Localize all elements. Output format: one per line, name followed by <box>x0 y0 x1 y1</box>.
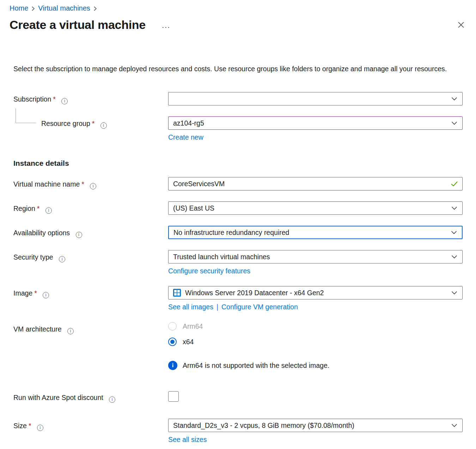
required-asterisk: * <box>53 95 56 103</box>
info-icon[interactable] <box>67 328 74 334</box>
image-row: Image* Windows Server 2019 Datacenter - … <box>13 286 463 311</box>
chevron-down-icon <box>451 231 457 234</box>
intro-text: Select the subscription to manage deploy… <box>13 63 458 74</box>
region-label: Region <box>13 205 35 212</box>
size-row: Size* Standard_D2s_v3 - 2 vcpus, 8 GiB m… <box>13 419 463 444</box>
vm-architecture-label-group: VM architecture <box>13 322 168 370</box>
configure-security-features-link[interactable]: Configure security features <box>168 267 250 275</box>
size-label: Size <box>13 422 27 430</box>
create-new-link[interactable]: Create new <box>168 133 203 141</box>
radio-arm64-label: Arm64 <box>183 322 203 330</box>
required-asterisk: * <box>29 422 31 430</box>
subscription-label-group: Subscription* <box>13 92 168 105</box>
vm-name-label: Virtual machine name <box>13 180 80 188</box>
hierarchy-connector <box>16 108 36 123</box>
security-type-dropdown[interactable]: Trusted launch virtual machines <box>168 250 463 263</box>
page-header: Create a virtual machine ··· <box>0 12 476 32</box>
see-all-images-link[interactable]: See all images <box>168 303 213 311</box>
windows-logo-icon <box>173 289 181 297</box>
info-icon[interactable] <box>90 183 96 189</box>
subscription-label: Subscription <box>13 95 51 103</box>
availability-options-dropdown[interactable]: No infrastructure redundancy required <box>168 226 463 239</box>
chevron-down-icon <box>451 424 457 427</box>
required-asterisk: * <box>34 289 37 297</box>
required-asterisk: * <box>81 180 84 188</box>
breadcrumb: Home Virtual machines <box>0 0 476 12</box>
info-filled-icon <box>168 361 177 370</box>
chevron-down-icon <box>451 206 457 210</box>
region-label-group: Region* <box>13 201 168 215</box>
image-label: Image <box>13 289 32 297</box>
link-separator: | <box>216 303 218 311</box>
radio-arm64[interactable]: Arm64 <box>168 322 203 330</box>
security-type-value: Trusted launch virtual machines <box>173 253 270 261</box>
availability-options-value: No infrastructure redundancy required <box>173 229 289 237</box>
info-icon[interactable] <box>100 122 107 129</box>
size-value: Standard_D2s_v3 - 2 vcpus, 8 GiB memory … <box>173 421 354 430</box>
info-icon[interactable] <box>109 396 115 403</box>
resource-group-label-group: Resource group* <box>13 116 168 141</box>
vm-architecture-label: VM architecture <box>13 325 62 333</box>
security-type-row: Security type Trusted launch virtual mac… <box>13 250 463 275</box>
azure-spot-row: Run with Azure Spot discount <box>13 390 463 403</box>
region-value: (US) East US <box>173 204 214 212</box>
section-heading-instance-details: Instance details <box>13 159 463 168</box>
size-dropdown[interactable]: Standard_D2s_v3 - 2 vcpus, 8 GiB memory … <box>168 419 463 432</box>
required-asterisk: * <box>37 205 40 212</box>
radio-x64[interactable]: x64 <box>168 338 194 346</box>
azure-spot-label-group: Run with Azure Spot discount <box>13 390 168 403</box>
vm-name-label-group: Virtual machine name* <box>13 177 168 190</box>
resource-group-dropdown[interactable]: az104-rg5 <box>168 116 463 130</box>
breadcrumb-home-link[interactable]: Home <box>10 4 28 12</box>
info-icon[interactable] <box>37 425 43 431</box>
size-label-group: Size* <box>13 419 168 444</box>
vm-name-input[interactable] <box>168 177 463 190</box>
security-type-label-group: Security type <box>13 250 168 275</box>
info-icon[interactable] <box>59 256 65 262</box>
availability-options-label-group: Availability options <box>13 226 168 239</box>
page-title: Create a virtual machine <box>10 18 146 32</box>
vm-architecture-row: VM architecture Arm64 x64 Arm64 is not s… <box>13 322 463 370</box>
security-type-label: Security type <box>13 253 53 261</box>
required-asterisk: * <box>92 120 95 127</box>
chevron-down-icon <box>451 255 457 259</box>
info-icon[interactable] <box>45 207 52 214</box>
resource-group-label: Resource group <box>41 120 90 127</box>
radio-selected-icon <box>168 338 177 346</box>
subscription-row: Subscription* <box>13 92 463 105</box>
vm-name-row: Virtual machine name* <box>13 177 463 190</box>
chevron-right-icon <box>93 6 97 11</box>
radio-x64-label: x64 <box>183 338 194 346</box>
image-dropdown[interactable]: Windows Server 2019 Datacenter - x64 Gen… <box>168 286 463 299</box>
resource-group-value: az104-rg5 <box>173 119 204 127</box>
image-value: Windows Server 2019 Datacenter - x64 Gen… <box>185 289 324 297</box>
info-icon[interactable] <box>61 98 68 104</box>
close-icon[interactable] <box>456 19 466 30</box>
azure-spot-label: Run with Azure Spot discount <box>13 394 103 401</box>
info-icon[interactable] <box>43 292 49 298</box>
configure-vm-generation-link[interactable]: Configure VM generation <box>221 303 298 311</box>
basics-form: Select the subscription to manage deploy… <box>0 32 476 449</box>
chevron-down-icon <box>451 121 457 125</box>
see-all-sizes-link[interactable]: See all sizes <box>168 436 207 444</box>
valid-check-icon <box>451 181 458 187</box>
chevron-down-icon <box>451 291 457 295</box>
region-dropdown[interactable]: (US) East US <box>168 201 463 215</box>
info-icon[interactable] <box>76 232 82 238</box>
resource-group-row: Resource group* az104-rg5 Create new <box>13 116 463 141</box>
radio-unselected-icon <box>168 322 177 330</box>
azure-spot-checkbox[interactable] <box>168 391 179 402</box>
region-row: Region* (US) East US <box>13 201 463 215</box>
chevron-down-icon <box>451 97 457 101</box>
availability-options-row: Availability options No infrastructure r… <box>13 226 463 239</box>
chevron-right-icon <box>31 6 35 11</box>
more-options-button[interactable]: ··· <box>162 23 170 30</box>
architecture-info-note: Arm64 is not supported with the selected… <box>168 361 463 370</box>
availability-options-label: Availability options <box>13 229 70 237</box>
subscription-dropdown[interactable] <box>168 92 463 105</box>
architecture-note-text: Arm64 is not supported with the selected… <box>183 362 329 370</box>
breadcrumb-virtual-machines-link[interactable]: Virtual machines <box>38 4 90 12</box>
image-label-group: Image* <box>13 286 168 311</box>
